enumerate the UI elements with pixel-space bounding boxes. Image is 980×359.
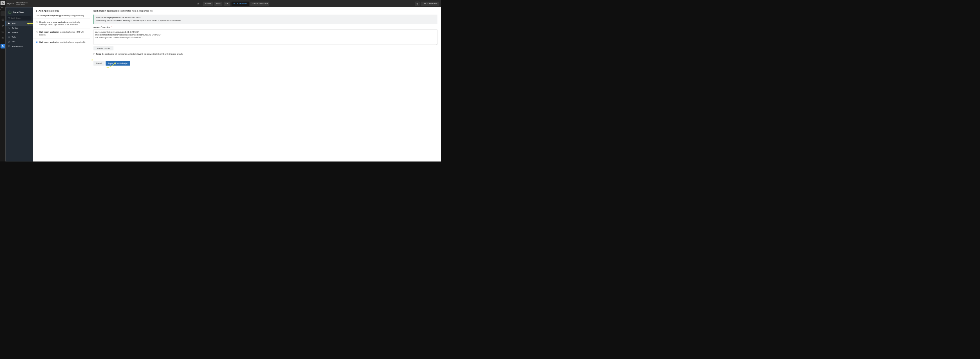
- tasks-icon: [8, 36, 10, 38]
- sidebar-item-audit-records[interactable]: Audit Records: [6, 44, 33, 48]
- topbar: My Lab Virtual Machine status: ready Ter…: [6, 0, 441, 7]
- tab-scdf-dashboard[interactable]: SCDF Dashboard: [231, 2, 249, 6]
- tab-grafana-dashboard[interactable]: Grafana Dashboard: [250, 2, 269, 6]
- svg-marker-12: [27, 23, 29, 24]
- quick-search[interactable]: [7, 16, 31, 20]
- gear-icon[interactable]: [196, 2, 200, 5]
- svg-point-7: [8, 11, 11, 14]
- dataflow-logo-icon: [8, 10, 11, 14]
- left-rail: S • • • • • • Followpresenter • • • • • …: [0, 0, 6, 161]
- svg-point-8: [8, 17, 10, 18]
- sidebar-item-apps[interactable]: Apps: [6, 21, 33, 26]
- svg-line-9: [9, 18, 10, 19]
- force-label: Force, the applications will be imported…: [96, 53, 183, 55]
- tab-ide[interactable]: IDE: [224, 2, 230, 6]
- clock-icon: [8, 41, 10, 43]
- svg-rect-2: [2, 19, 4, 21]
- pane-title: Add Application(s): [33, 7, 90, 14]
- tab-terminal[interactable]: Terminal: [203, 2, 213, 6]
- platform-logo: S: [0, 1, 5, 5]
- rail-share-screen-icon[interactable]: [0, 35, 5, 40]
- rail-window-icon[interactable]: [0, 18, 5, 22]
- back-icon[interactable]: [36, 10, 37, 12]
- option-bulk-import-properties-radio[interactable]: [36, 41, 38, 43]
- dataflow-brand-text: Data Flow: [13, 11, 24, 13]
- svg-point-10: [8, 23, 9, 23]
- rail-separator: • • • • • •: [1, 41, 5, 43]
- pane-subtitle: You can Import or register applications …: [33, 14, 90, 19]
- cancel-button[interactable]: Cancel: [94, 61, 104, 65]
- vm-block: Virtual Machine status: ready: [16, 2, 28, 5]
- svg-rect-4: [2, 31, 4, 33]
- external-link-icon[interactable]: [415, 2, 419, 6]
- sidebar-item-label: Streams: [11, 32, 18, 34]
- svg-marker-23: [92, 59, 94, 61]
- sidebar-item-label: Jobs: [11, 41, 15, 43]
- sidebar-item-streams[interactable]: Streams: [6, 30, 33, 35]
- lab-label: My Lab: [7, 3, 14, 5]
- vm-status: status: ready: [16, 4, 28, 5]
- dataflow-sidebar: Data Flow Apps: [6, 7, 33, 161]
- sidebar-item-label: Runtime: [11, 27, 18, 29]
- presenter-screen-icon[interactable]: [0, 11, 5, 16]
- sidebar-item-label: Apps: [11, 22, 16, 24]
- sidebar-item-tasks[interactable]: Tasks: [6, 35, 33, 40]
- option-bulk-import-properties[interactable]: Bulk import application coordinates from…: [33, 38, 90, 46]
- form-title: Bulk import application coordinates from…: [94, 10, 438, 12]
- dataflow-brand: Data Flow: [6, 9, 33, 16]
- sidebar-item-runtime[interactable]: Runtime: [6, 26, 33, 30]
- tags-icon: [8, 22, 10, 24]
- follow-presenter-label[interactable]: Followpresenter: [0, 7, 5, 10]
- cloud-icon: [8, 32, 10, 33]
- add-application-options-pane: Add Application(s) You can Import or reg…: [33, 7, 90, 161]
- option-bulk-import-http-radio[interactable]: [36, 31, 38, 33]
- apps-as-properties-label: Apps as Properties:*: [94, 27, 438, 29]
- info-box: Enter the list of properties into the te…: [94, 14, 438, 24]
- rail-pencil-icon[interactable]: [0, 23, 5, 28]
- pane-title-text: Add Application(s): [38, 10, 59, 12]
- tab-editor[interactable]: Editor: [214, 2, 222, 6]
- svg-point-6: [198, 3, 199, 4]
- option-register-apps[interactable]: Register one or more applications coordi…: [33, 19, 90, 29]
- option-register-apps-radio[interactable]: [36, 21, 38, 23]
- rail-code-icon[interactable]: [0, 30, 5, 34]
- rail-cloud-download-icon[interactable]: [0, 44, 5, 48]
- force-checkbox[interactable]: [94, 53, 95, 55]
- sidebar-item-label: Audit Records: [11, 45, 23, 47]
- terminal-prompt-icon: [8, 27, 10, 29]
- svg-rect-0: [2, 13, 4, 14]
- quick-search-input[interactable]: [11, 17, 32, 19]
- list-icon: [8, 46, 10, 47]
- search-icon: [8, 17, 10, 19]
- vm-title: Virtual Machine: [16, 2, 28, 4]
- sidebar-item-jobs[interactable]: Jobs: [6, 40, 33, 44]
- import-local-file-button[interactable]: Import a local file: [94, 46, 113, 50]
- sidebar-item-label: Tasks: [11, 36, 16, 38]
- rail-dots: • • • • • •: [0, 6, 5, 7]
- call-assistance-button[interactable]: Call for assistance: [421, 2, 439, 6]
- svg-rect-13: [8, 37, 8, 37]
- bulk-import-form-pane: Bulk import application coordinates from…: [90, 7, 441, 161]
- required-asterisk-icon: *: [111, 27, 111, 29]
- apps-as-properties-textarea[interactable]: [94, 29, 438, 45]
- option-bulk-import-http[interactable]: Bulk import application coordinates from…: [33, 29, 90, 38]
- import-applications-button[interactable]: Import the application(s): [105, 61, 130, 65]
